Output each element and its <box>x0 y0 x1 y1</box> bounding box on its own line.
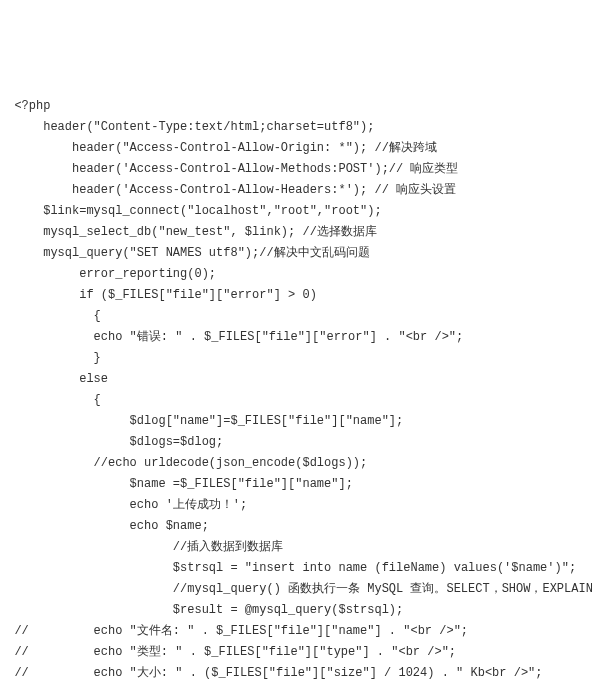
code-line: } <box>0 348 606 369</box>
code-line: echo '上传成功！'; <box>0 495 606 516</box>
code-line: header('Access-Control-Allow-Headers:*')… <box>0 180 606 201</box>
code-line: //插入数据到数据库 <box>0 537 606 558</box>
code-line: header("Content-Type:text/html;charset=u… <box>0 117 606 138</box>
code-line: error_reporting(0); <box>0 264 606 285</box>
code-line: //mysql_query() 函数执行一条 MySQL 查询。SELECT，S… <box>0 579 606 600</box>
code-line: { <box>0 390 606 411</box>
code-line: $result = @mysql_query($strsql); <box>0 600 606 621</box>
code-line: header('Access-Control-Allow-Methods:POS… <box>0 159 606 180</box>
code-line: echo "错误: " . $_FILES["file"]["error"] .… <box>0 327 606 348</box>
code-line: //echo urldecode(json_encode($dlogs)); <box>0 453 606 474</box>
code-line: mysql_query("SET NAMES utf8");//解决中文乱码问题 <box>0 243 606 264</box>
code-line: $strsql = "insert into name (fileName) v… <box>0 558 606 579</box>
code-line: mysql_select_db("new_test", $link); //选择… <box>0 222 606 243</box>
code-line: $dlogs=$dlog; <box>0 432 606 453</box>
code-line: <?php <box>0 96 606 117</box>
code-line: // echo "类型: " . $_FILES["file"]["type"]… <box>0 642 606 663</box>
code-line: $dlog["name"]=$_FILES["file"]["name"]; <box>0 411 606 432</box>
code-line: $name =$_FILES["file"]["name"]; <box>0 474 606 495</box>
code-line: else <box>0 369 606 390</box>
code-line: $link=mysql_connect("localhost","root","… <box>0 201 606 222</box>
code-line: // echo "文件名: " . $_FILES["file"]["name"… <box>0 621 606 642</box>
code-block: <?php header("Content-Type:text/html;cha… <box>0 96 606 684</box>
code-line: // echo "大小: " . ($_FILES["file"]["size"… <box>0 663 606 684</box>
code-line: if ($_FILES["file"]["error"] > 0) <box>0 285 606 306</box>
code-line: { <box>0 306 606 327</box>
code-line: echo $name; <box>0 516 606 537</box>
code-line: header("Access-Control-Allow-Origin: *")… <box>0 138 606 159</box>
